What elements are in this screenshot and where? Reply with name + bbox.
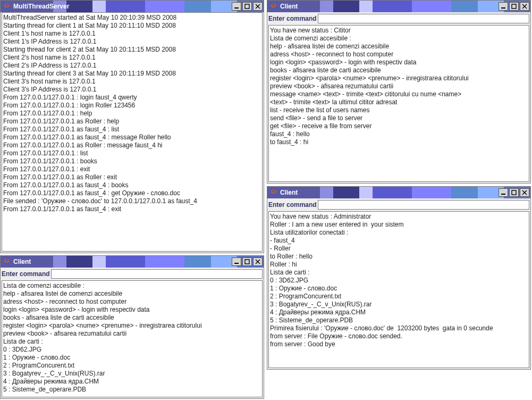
svg-rect-13	[512, 190, 516, 195]
titlebar-client[interactable]: Client	[1, 256, 264, 268]
java-icon	[3, 2, 11, 11]
svg-rect-9	[512, 4, 516, 9]
command-row: Enter command	[267, 12, 530, 25]
window-title: Client	[280, 3, 499, 10]
titlebar-client[interactable]: Client	[267, 187, 530, 198]
log-textarea[interactable]: Lista de comenzi accesibile : help - afi…	[2, 280, 263, 397]
content-area: Enter command Lista de comenzi accesibil…	[1, 268, 264, 398]
content-area: Enter command You have new status : Citi…	[267, 12, 530, 183]
content-area: MultiThreadServer started at Sat May 10 …	[1, 12, 264, 253]
command-label: Enter command	[2, 270, 50, 278]
command-input[interactable]	[318, 200, 529, 210]
command-input[interactable]	[318, 14, 529, 23]
minimize-button[interactable]	[499, 188, 508, 197]
log-textarea[interactable]: You have new status : Administrator Roll…	[268, 211, 529, 368]
window-title: Client	[280, 189, 499, 196]
maximize-button[interactable]	[242, 257, 252, 266]
svg-rect-1	[245, 4, 249, 9]
command-input[interactable]	[51, 269, 263, 279]
command-label: Enter command	[268, 15, 317, 22]
log-textarea[interactable]: MultiThreadServer started at Sat May 10 …	[2, 12, 263, 252]
window-client-br: Client Enter command You have new status…	[267, 186, 531, 370]
minimize-button[interactable]	[499, 2, 508, 11]
minimize-button[interactable]	[232, 257, 241, 266]
svg-rect-0	[234, 7, 239, 9]
close-button[interactable]	[253, 2, 263, 11]
minimize-button[interactable]	[232, 2, 241, 11]
window-client-tr: Client Enter command You have new status…	[267, 0, 531, 184]
command-row: Enter command	[267, 198, 530, 211]
window-title: MultiThreadServer	[13, 3, 232, 10]
window-server: MultiThreadServer MultiThreadServer star…	[0, 0, 264, 253]
svg-rect-8	[501, 7, 505, 9]
command-label: Enter command	[268, 201, 317, 209]
svg-rect-5	[245, 260, 249, 264]
java-icon	[269, 188, 278, 197]
content-area: Enter command You have new status : Admi…	[267, 198, 530, 369]
titlebar-client[interactable]: Client	[267, 1, 530, 12]
svg-rect-4	[234, 263, 239, 264]
maximize-button[interactable]	[509, 2, 519, 11]
close-button[interactable]	[520, 2, 529, 11]
titlebar-server[interactable]: MultiThreadServer	[1, 1, 264, 12]
maximize-button[interactable]	[509, 188, 519, 197]
window-client-bl: Client Enter command Lista de comenzi ac…	[0, 255, 264, 399]
command-row: Enter command	[1, 268, 264, 280]
window-title: Client	[13, 258, 232, 265]
log-textarea[interactable]: You have new status : Cititor Lista de c…	[268, 25, 529, 182]
close-button[interactable]	[520, 188, 529, 197]
java-icon	[269, 2, 278, 11]
close-button[interactable]	[253, 257, 263, 266]
maximize-button[interactable]	[242, 2, 252, 11]
svg-rect-12	[501, 194, 505, 195]
java-icon	[3, 257, 11, 266]
